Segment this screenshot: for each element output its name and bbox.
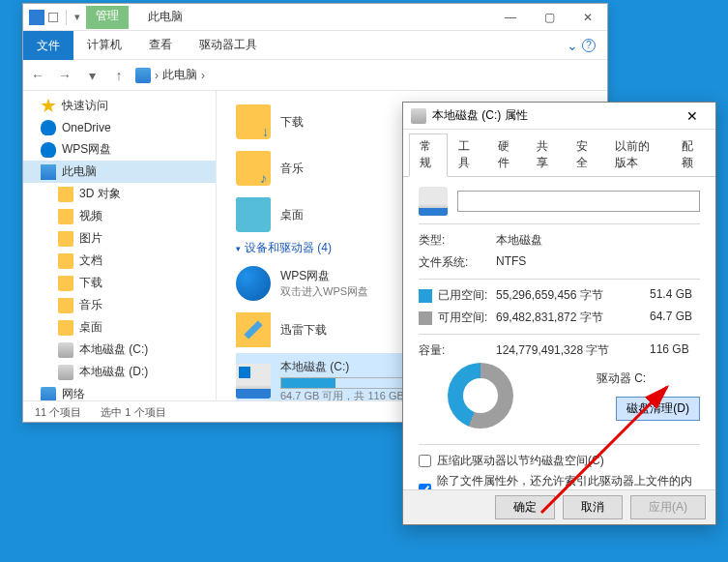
dialog-tab[interactable]: 常规 [409, 133, 448, 177]
cloud-icon [41, 120, 56, 135]
nav-forward-button[interactable]: → [54, 65, 75, 86]
ribbon-tabs-row: 文件 计算机 查看 驱动器工具 ⌄ ? [23, 31, 607, 60]
tree-item[interactable]: 网络 [23, 383, 216, 400]
drive-letter-label: 驱动器 C: [597, 370, 646, 387]
folder-icon [58, 276, 73, 291]
explorer-app-icon [29, 10, 44, 25]
breadcrumb-label: 此电脑 [162, 67, 197, 83]
net-icon [41, 387, 56, 401]
nav-tree[interactable]: 快速访问OneDriveWPS网盘此电脑3D 对象视频图片文档下载音乐桌面本地磁… [23, 91, 217, 400]
folder-icon [236, 151, 271, 186]
tree-item[interactable]: 文档 [23, 250, 216, 272]
folder-label: 下载 [280, 114, 304, 131]
tree-item[interactable]: 桌面 [23, 316, 216, 339]
ribbon-tab-computer[interactable]: 计算机 [73, 31, 135, 59]
type-value: 本地磁盘 [496, 232, 700, 249]
usage-pie-chart [448, 363, 513, 429]
folder-icon [236, 197, 271, 232]
tree-item[interactable]: 3D 对象 [23, 183, 216, 205]
close-button[interactable]: ✕ [568, 4, 607, 31]
tree-item-label: 此电脑 [62, 163, 97, 180]
star-icon [41, 99, 56, 114]
tree-item[interactable]: 此电脑 [23, 161, 216, 183]
folder-icon [58, 209, 73, 224]
tree-item[interactable]: WPS网盘 [23, 138, 216, 161]
drive-subtext: 64.7 GB 可用，共 116 GB [280, 389, 406, 400]
ribbon-tab-view[interactable]: 查看 [135, 31, 186, 59]
dialog-tabs: 常规工具硬件共享安全以前的版本配额 [403, 130, 715, 177]
apply-button[interactable]: 应用(A) [630, 495, 706, 519]
ribbon-tab-drive-tools[interactable]: 驱动器工具 [186, 31, 271, 59]
tree-item[interactable]: 下载 [23, 272, 216, 294]
nav-back-button[interactable]: ← [27, 65, 48, 86]
dialog-titlebar[interactable]: 本地磁盘 (C:) 属性 ✕ [403, 103, 715, 130]
compress-checkbox-row[interactable]: 压缩此驱动器以节约磁盘空间(C) [419, 453, 700, 469]
pc-icon [41, 164, 56, 180]
help-button[interactable]: ⌄ ? [555, 31, 607, 59]
tree-item-label: OneDrive [62, 121, 111, 134]
nav-up-button[interactable]: ↑ [108, 65, 130, 86]
drive-label: 迅雷下载 [280, 322, 327, 339]
tree-item-label: 下载 [79, 275, 102, 291]
dialog-close-button[interactable]: ✕ [677, 108, 708, 124]
dialog-footer: 确定 取消 应用(A) [403, 489, 715, 524]
breadcrumb[interactable]: › 此电脑 › [135, 67, 205, 83]
tree-item[interactable]: 本地磁盘 (C:) [23, 339, 216, 361]
tree-item-label: 网络 [62, 386, 85, 400]
ribbon-tab-file[interactable]: 文件 [23, 31, 73, 60]
dialog-tab[interactable]: 工具 [448, 133, 486, 176]
cloud-icon [41, 142, 56, 158]
dialog-tab[interactable]: 安全 [566, 133, 604, 176]
tree-item[interactable]: 图片 [23, 227, 216, 250]
free-swatch-icon [419, 311, 432, 325]
disk-icon [58, 365, 73, 380]
ribbon-tab-manage-group[interactable]: 管理 [86, 6, 129, 29]
free-bytes: 69,482,831,872 字节 [496, 310, 650, 326]
used-swatch-icon [419, 289, 432, 303]
compress-checkbox[interactable] [419, 455, 431, 467]
folder-icon [236, 104, 271, 139]
nav-history-button[interactable]: ▾ [81, 65, 102, 86]
ok-button[interactable]: 确定 [495, 495, 555, 519]
tree-item-label: 本地磁盘 (D:) [79, 364, 148, 380]
drive-label: WPS网盘 [280, 268, 368, 284]
tree-item-label: 文档 [79, 252, 102, 269]
cancel-button[interactable]: 取消 [563, 495, 623, 519]
tree-item[interactable]: 快速访问 [23, 95, 216, 117]
tree-item[interactable]: 视频 [23, 205, 216, 227]
fs-value: NTFS [496, 254, 700, 271]
tree-item[interactable]: OneDrive [23, 117, 216, 138]
folder-label: 音乐 [280, 161, 304, 177]
dialog-tab[interactable]: 以前的版本 [604, 133, 670, 176]
explorer-titlebar[interactable]: ▾ 管理 此电脑 — ▢ ✕ [23, 4, 607, 31]
qat-item-icon[interactable] [48, 13, 58, 22]
window-title: 此电脑 [129, 9, 491, 25]
capacity-gb: 116 GB [650, 342, 700, 359]
drive-icon [236, 312, 271, 347]
tree-item-label: 图片 [79, 230, 102, 247]
minimize-button[interactable]: — [491, 4, 530, 31]
dialog-icon [411, 108, 426, 124]
qat-dropdown-icon[interactable]: ▾ [74, 11, 80, 23]
dialog-tab[interactable]: 共享 [526, 133, 565, 176]
disk-cleanup-button[interactable]: 磁盘清理(D) [616, 397, 700, 421]
status-item-count: 11 个项目 [35, 405, 81, 420]
address-bar-row: ← → ▾ ↑ › 此电脑 › [23, 60, 607, 91]
folder-icon [58, 231, 73, 247]
dialog-tab[interactable]: 硬件 [487, 133, 526, 176]
tree-item[interactable]: 音乐 [23, 294, 216, 316]
used-gb: 51.4 GB [650, 287, 700, 304]
tree-item-label: WPS网盘 [62, 141, 111, 158]
drive-label: 本地磁盘 (C:) [280, 359, 406, 375]
capacity-label: 容量: [419, 342, 496, 359]
tree-item[interactable]: 本地磁盘 (D:) [23, 361, 216, 383]
free-label: 可用空间: [438, 311, 487, 324]
maximize-button[interactable]: ▢ [530, 4, 568, 31]
folder-icon [58, 320, 73, 336]
drive-subtext: 双击进入WPS网盘 [280, 284, 368, 299]
dialog-tab[interactable]: 配额 [671, 133, 710, 176]
used-bytes: 55,296,659,456 字节 [496, 287, 650, 304]
volume-name-input[interactable] [457, 191, 700, 212]
tree-item-label: 本地磁盘 (C:) [79, 341, 148, 358]
type-label: 类型: [419, 232, 496, 249]
